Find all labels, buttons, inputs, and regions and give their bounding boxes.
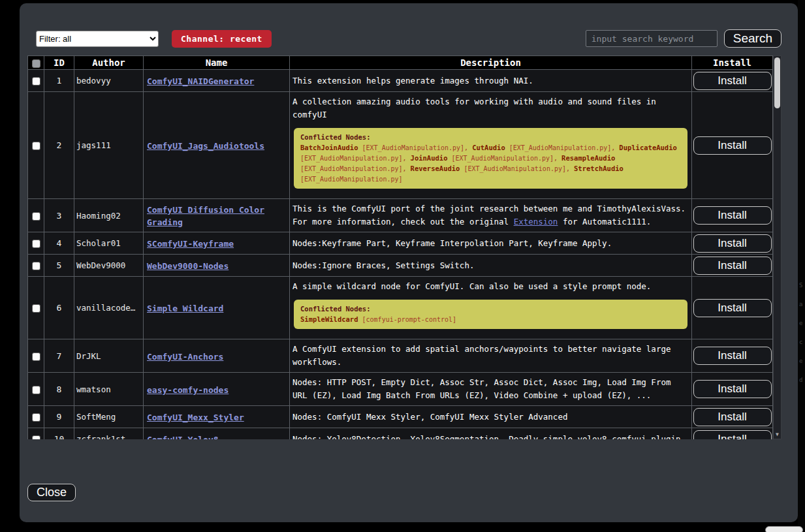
description-text: This extension helps generate images thr… [292, 76, 533, 86]
search-input[interactable] [586, 30, 718, 47]
search-button[interactable]: Search [724, 29, 781, 48]
row-description: Nodes: HTTP POST, Empty Dict, Assoc Str,… [290, 373, 692, 406]
row-name-cell: ComfyUI_Mexx_Styler [144, 406, 290, 428]
row-install-cell: Install [692, 199, 773, 232]
row-checkbox[interactable] [32, 142, 40, 150]
scrollbar-thumb[interactable] [774, 57, 780, 108]
install-button[interactable]: Install [693, 408, 772, 426]
row-name-cell: ComfyUI-Anchors [144, 339, 290, 373]
row-name-cell: ComfyUI Diffusion Color Grading [144, 199, 290, 232]
description-link[interactable]: Extension [514, 217, 558, 227]
obscured-background-button[interactable] [765, 526, 803, 532]
extensions-tbody: 1bedovyyComfyUI_NAIDGeneratorThis extens… [28, 70, 773, 440]
install-button[interactable]: Install [693, 299, 772, 317]
row-install-cell: Install [692, 255, 773, 277]
obscured-background-text: S [799, 282, 802, 289]
header-install: Install [692, 56, 773, 70]
row-description: A collection amazing audio tools for wor… [290, 92, 692, 199]
row-name-cell: ComfyUI_Jags_Audiotools [144, 92, 290, 199]
install-button[interactable]: Install [693, 136, 772, 155]
install-button[interactable]: Install [693, 234, 772, 253]
row-install-cell: Install [692, 339, 773, 373]
row-select-cell [28, 92, 44, 199]
install-button[interactable]: Install [693, 206, 772, 225]
row-author: wmatson [74, 373, 144, 406]
row-checkbox[interactable] [32, 386, 40, 394]
row-id: 2 [44, 92, 74, 199]
row-select-cell [28, 373, 44, 406]
extension-name-link[interactable]: ComfyUI_Mexx_Styler [147, 413, 244, 422]
row-checkbox[interactable] [32, 435, 40, 439]
row-description: Nodes:Ignore Braces, Settings Switch. [290, 255, 692, 277]
extension-name-link[interactable]: ComfyUI_Jags_Audiotools [147, 141, 264, 151]
extension-name-link[interactable]: easy-comfy-nodes [147, 385, 229, 395]
row-checkbox[interactable] [32, 212, 40, 221]
extension-name-link[interactable]: ComfyUI-Anchors [147, 352, 223, 362]
row-description: This extension helps generate images thr… [290, 70, 692, 92]
row-name-cell: easy-comfy-nodes [144, 373, 290, 406]
conflicted-node-source: [EXT_AudioManipulation.py], [358, 144, 473, 151]
install-button[interactable]: Install [693, 72, 772, 90]
obscured-background-text: e [799, 320, 802, 326]
row-checkbox[interactable] [32, 77, 40, 86]
row-description: Nodes: ComfyUI Mexx Styler, ComfyUI Mexx… [290, 406, 692, 428]
conflicted-node-source: [EXT_AudioManipulation.py], [300, 155, 411, 162]
select-all-header [28, 56, 44, 70]
table-scrollbar[interactable]: ▼ [773, 55, 781, 439]
row-name-cell: Simple Wildcard [144, 277, 290, 339]
extension-name-link[interactable]: Simple Wildcard [147, 304, 223, 313]
description-text: Nodes:Keyframe Part, Keyframe Interpolat… [292, 238, 612, 248]
row-author: Scholar01 [74, 232, 144, 255]
description-text: A simple wildcard node for ComfyUI. Can … [292, 281, 651, 291]
description-text: A ComfyUI extension to add spatial ancho… [292, 344, 671, 367]
install-button[interactable]: Install [693, 257, 772, 275]
row-checkbox[interactable] [32, 262, 40, 270]
row-install-cell: Install [692, 428, 773, 440]
obscured-background-text: c [799, 339, 802, 345]
row-id: 7 [44, 339, 74, 373]
conflicted-node-source: [EXT_AudioManipulation.py], [460, 165, 574, 172]
extension-name-link[interactable]: WebDev9000-Nodes [147, 261, 229, 271]
extension-name-link[interactable]: SComfyUI-Keyframe [147, 239, 234, 249]
row-author: zcfrank1st [74, 428, 144, 440]
install-button[interactable]: Install [693, 430, 772, 440]
row-checkbox[interactable] [32, 304, 40, 313]
conflicted-node-source: [EXT_AudioManipulation.py], [505, 144, 620, 151]
install-button[interactable]: Install [693, 380, 772, 398]
obscured-background-text: a [799, 301, 802, 307]
row-id: 10 [44, 428, 74, 440]
conflicted-node-name: JoinAudio [411, 154, 448, 162]
close-button[interactable]: Close [27, 484, 76, 501]
row-author: WebDev9000 [74, 255, 144, 277]
page-edge-strip: Saeced [798, 0, 805, 532]
conflicted-node-name: StretchAudio [574, 164, 623, 172]
extension-name-link[interactable]: ComfyUI Diffusion Color Grading [147, 205, 264, 227]
conflicted-nodes-warning: Conflicted Nodes:SimpleWildcard [comfyui… [294, 300, 687, 329]
conflicted-node-source: [comfyui-prompt-control] [358, 316, 457, 323]
install-button[interactable]: Install [693, 347, 772, 365]
row-description: A simple wildcard node for ComfyUI. Can … [290, 277, 692, 339]
row-author: bedovyy [74, 70, 144, 92]
row-select-cell [28, 232, 44, 255]
select-all-checkbox[interactable] [32, 59, 40, 68]
row-checkbox[interactable] [32, 240, 40, 248]
conflicted-node-name: CutAudio [472, 144, 505, 151]
extension-name-link[interactable]: ComfyUI_NAIDGenerator [147, 76, 254, 86]
header-description: Description [290, 56, 692, 70]
row-description: This is the ComfyUI port of the joint re… [290, 199, 692, 232]
conflicted-node-source: [EXT_AudioManipulation.py] [300, 176, 403, 183]
table-row: 1bedovyyComfyUI_NAIDGeneratorThis extens… [28, 70, 773, 92]
filter-select[interactable]: Filter: all [36, 31, 159, 47]
conflicted-node-source: [EXT_AudioManipulation.py], [447, 155, 561, 162]
scrollbar-down-arrow[interactable]: ▼ [774, 431, 781, 438]
row-id: 8 [44, 373, 74, 406]
toolbar: Filter: all Channel: recent Search [27, 29, 781, 48]
row-checkbox[interactable] [32, 413, 40, 422]
conflicted-nodes-warning: Conflicted Nodes:BatchJoinAudio [EXT_Aud… [294, 128, 687, 189]
extension-name-link[interactable]: ComfyUI Yolov8 [147, 435, 219, 439]
row-install-cell: Install [692, 373, 773, 406]
row-select-cell [28, 255, 44, 277]
row-checkbox[interactable] [32, 352, 40, 361]
obscured-background-text: e [799, 358, 802, 364]
row-description: Nodes:Keyframe Part, Keyframe Interpolat… [290, 232, 692, 255]
